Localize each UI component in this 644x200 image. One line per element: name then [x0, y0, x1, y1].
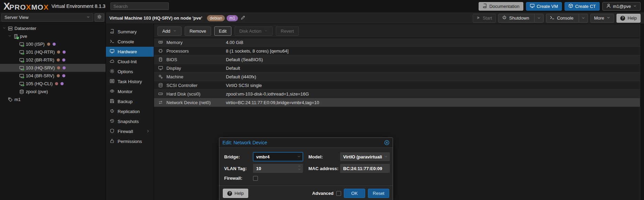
sidebar-gear-button[interactable] — [95, 13, 104, 22]
table-row-scsi-controller[interactable]: SCSI Controller VirtIO SCSI single — [154, 81, 644, 90]
network-icon — [157, 100, 163, 105]
close-icon[interactable] — [384, 140, 390, 145]
menu-item-options[interactable]: Options — [106, 67, 154, 77]
chevron-down-icon[interactable] — [384, 154, 388, 159]
create-vm-button[interactable]: Create VM — [526, 2, 562, 11]
dialog-footer: ? Help Advanced OK Reset — [219, 186, 393, 200]
menu-item-task-history[interactable]: Task History — [106, 77, 154, 87]
search-input[interactable] — [110, 2, 169, 10]
reset-button[interactable]: Reset — [368, 189, 389, 198]
expand-chevron-icon[interactable] — [2, 26, 6, 31]
chevron-down-icon[interactable] — [297, 154, 301, 159]
menu-item-console[interactable]: Console — [106, 37, 154, 47]
table-row-processors[interactable]: Processors 8 (1 sockets, 8 cores) [qemu6… — [154, 47, 644, 55]
logo-wordmark: PROXMOX — [9, 3, 48, 11]
edit-tags-pencil-icon[interactable] — [241, 15, 245, 21]
power-icon — [502, 15, 507, 21]
tree-item-pool-m1[interactable]: m1 — [0, 96, 106, 103]
table-row-memory[interactable]: Memory 4.00 GiB — [154, 38, 644, 47]
chevron-down-icon — [86, 15, 90, 20]
add-button[interactable]: Add — [157, 26, 182, 36]
console-button[interactable]: Console — [546, 14, 588, 23]
menu-item-snapshots[interactable]: Snapshots — [106, 116, 154, 126]
vlan-tag-input[interactable] — [253, 164, 303, 173]
menu-item-replication[interactable]: Replication — [106, 107, 154, 116]
tree-item-datacenter[interactable]: Datacenter — [0, 24, 106, 32]
edit-button[interactable]: Edit — [214, 26, 231, 36]
tag-badge-debian[interactable]: debian — [207, 15, 225, 21]
table-row-machine[interactable]: Machine Default (i440fx) — [154, 73, 644, 81]
cogs-icon — [157, 74, 163, 79]
tree-item-vm-102[interactable]: 102 (BR-RTR) — [0, 56, 106, 64]
more-button[interactable]: More — [590, 14, 614, 23]
bridge-combobox — [253, 152, 303, 161]
tree-item-node-pve[interactable]: pve — [0, 32, 106, 40]
remove-button[interactable]: Remove — [185, 26, 211, 36]
menu-item-backup[interactable]: Backup — [106, 97, 154, 107]
mac-address-input[interactable] — [340, 164, 390, 173]
model-input[interactable] — [340, 152, 390, 161]
table-row-display[interactable]: Display Default — [154, 64, 644, 73]
table-row-network-device[interactable]: Network Device (net0) virtio=BC:24:11:77… — [154, 98, 644, 107]
tree-item-vm-101[interactable]: 101 (HQ-RTR) — [0, 48, 106, 56]
ok-button[interactable]: OK — [344, 189, 365, 198]
form-row: VLAN Tag: MAC address: — [224, 164, 388, 173]
logo-x-mark: X — [3, 1, 9, 11]
top-header: X PROXMOX Virtual Environment 8.1.3 Docu… — [0, 0, 644, 12]
menu-item-monitor[interactable]: Monitor — [106, 87, 154, 97]
tree-item-vm-103[interactable]: 103 (HQ-SRV) — [0, 64, 106, 72]
console-dropdown-arrow[interactable] — [579, 14, 588, 22]
tag-dot — [63, 51, 66, 54]
menu-item-summary[interactable]: Summary — [106, 27, 154, 37]
help-button[interactable]: ? Help — [616, 14, 641, 23]
tag-dot — [55, 82, 58, 85]
advanced-label: Advanced — [312, 191, 334, 196]
eye-icon — [110, 89, 114, 95]
user-menu-button[interactable]: m1@pve — [602, 2, 641, 11]
firewall-checkbox[interactable] — [253, 176, 258, 181]
shutdown-dropdown-arrow[interactable] — [534, 14, 543, 22]
documentation-button[interactable]: Documentation — [479, 2, 523, 11]
menu-item-firewall[interactable]: Firewall — [106, 126, 154, 136]
start-button[interactable]: Start — [473, 14, 496, 23]
book-icon — [110, 29, 114, 35]
cloud-icon — [110, 59, 114, 65]
advanced-checkbox[interactable] — [336, 191, 341, 196]
vlan-tag-spinner — [253, 164, 303, 173]
vm-running-icon — [19, 74, 24, 78]
mac-address-field — [340, 164, 390, 173]
menu-item-cloud-init[interactable]: Cloud-Init — [106, 57, 154, 67]
tag-dot — [47, 43, 50, 46]
model-combobox — [340, 152, 390, 161]
create-ct-button[interactable]: Create CT — [565, 2, 600, 11]
memory-icon — [157, 40, 163, 45]
tree-item-vm-104[interactable]: 104 (BR-SRV) — [0, 72, 106, 80]
resource-sidebar: Server View Datacenter pve — [0, 12, 106, 200]
expand-chevron-icon[interactable] — [8, 34, 12, 39]
server-icon — [8, 26, 13, 31]
tag-dot — [63, 66, 66, 69]
table-row-bios[interactable]: BIOS Default (SeaBIOS) — [154, 55, 644, 64]
form-row: Firewall: — [224, 176, 388, 181]
disk-action-button[interactable]: Disk Action — [234, 26, 273, 36]
revert-button[interactable]: Revert — [276, 26, 298, 36]
dialog-titlebar[interactable]: Edit: Network Device — [219, 138, 393, 148]
tree-item-vm-100[interactable]: 100 (ISP) — [0, 40, 106, 48]
dialog-help-button[interactable]: ? Help — [223, 189, 248, 198]
history-icon — [110, 119, 114, 124]
tag-badge-m1[interactable]: m1 — [227, 15, 238, 21]
dialog-body: Bridge: Model: VLAN Tag: MAC address: — [219, 148, 393, 186]
bridge-input[interactable] — [253, 152, 303, 161]
view-selector[interactable]: Server View — [1, 13, 93, 22]
shield-icon — [110, 129, 114, 134]
spinner-arrows[interactable] — [298, 165, 301, 171]
cpu-icon — [157, 48, 163, 53]
menu-item-permissions[interactable]: Permissions — [106, 136, 154, 146]
menu-item-hardware[interactable]: Hardware — [106, 47, 154, 57]
scrollbar-track[interactable] — [640, 24, 644, 200]
tree-item-vm-105[interactable]: 105 (HQ-CLI) — [0, 80, 106, 88]
tree-item-storage-zpool[interactable]: zpool (pve) — [0, 88, 106, 96]
proxmox-app: X PROXMOX Virtual Environment 8.1.3 Docu… — [0, 0, 644, 200]
shutdown-button[interactable]: Shutdown — [498, 14, 544, 23]
table-row-hard-disk[interactable]: Hard Disk (scsi0) zpool:vm-103-disk-0,io… — [154, 90, 644, 98]
